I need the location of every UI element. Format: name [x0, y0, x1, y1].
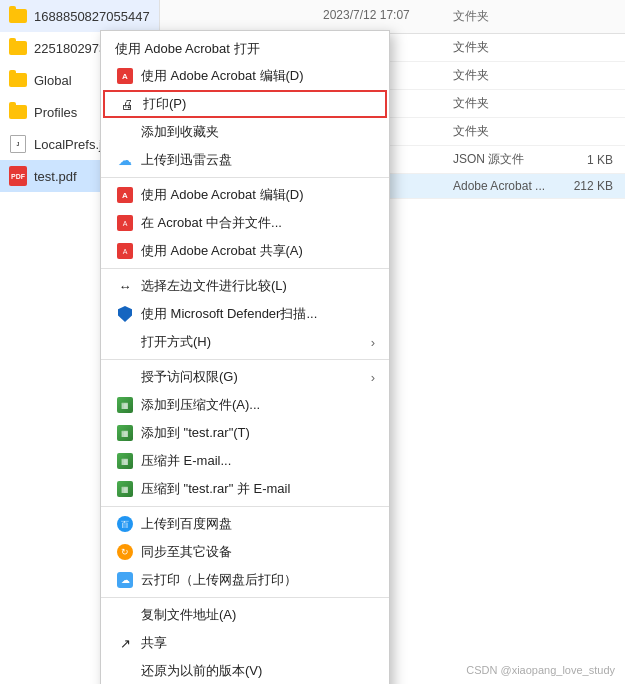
folder-icon-3	[8, 70, 28, 90]
cloud-blue-icon: ☁	[115, 152, 135, 168]
right-file-type-1: 文件夹	[453, 39, 553, 56]
cm-compare-label: 选择左边文件进行比较(L)	[141, 277, 287, 295]
cm-edit-acrobat2-label: 使用 Adobe Acrobat 编辑(D)	[141, 186, 304, 204]
pdf-icon: PDF	[8, 166, 28, 186]
acrobat-icon-1: A	[115, 68, 135, 84]
cm-open-with[interactable]: 打开方式(H) ›	[101, 328, 389, 356]
cm-sync[interactable]: ↻ 同步至其它设备	[101, 538, 389, 566]
cm-restore[interactable]: 还原为以前的版本(V)	[101, 657, 389, 684]
right-file-type-5: JSON 源文件	[453, 151, 553, 168]
cm-edit-acrobat2[interactable]: A 使用 Adobe Acrobat 编辑(D)	[101, 181, 389, 209]
compress-icon-4: ▦	[115, 481, 135, 497]
cm-add-zip[interactable]: ▦ 添加到压缩文件(A)...	[101, 391, 389, 419]
cm-defender-label: 使用 Microsoft Defender扫描...	[141, 305, 317, 323]
file-name-4: Profiles	[34, 105, 77, 120]
col-header-type: 文件夹	[453, 8, 553, 25]
cm-share-acrobat-label: 使用 Adobe Acrobat 共享(A)	[141, 242, 303, 260]
compare-icon: ↔	[115, 279, 135, 294]
cm-sync-label: 同步至其它设备	[141, 543, 232, 561]
right-file-size-5: 1 KB	[553, 153, 613, 167]
cloud-print-icon: ☁	[115, 572, 135, 588]
cm-edit-acrobat[interactable]: A 使用 Adobe Acrobat 编辑(D)	[101, 62, 389, 90]
cm-combine-label: 在 Acrobat 中合并文件...	[141, 214, 282, 232]
cm-permission[interactable]: 授予访问权限(G) ›	[101, 363, 389, 391]
explorer-window: 1688850827055447 2251802973711 Global Pr…	[0, 0, 625, 684]
separator-2	[101, 268, 389, 269]
open-with-arrow: ›	[371, 335, 375, 350]
cm-share-acrobat[interactable]: A 使用 Adobe Acrobat 共享(A)	[101, 237, 389, 265]
json-icon: J	[8, 134, 28, 154]
cm-print[interactable]: 🖨 打印(P)	[103, 90, 387, 118]
separator-3	[101, 359, 389, 360]
cm-upload-cloud[interactable]: ☁ 上传到迅雷云盘	[101, 146, 389, 174]
col-header-date: 2023/7/12 17:07	[323, 8, 453, 25]
right-panel-header: 2023/7/12 17:07 文件夹	[160, 0, 625, 34]
file-name-1: 1688850827055447	[34, 9, 150, 24]
compress-icon-2: ▦	[115, 425, 135, 441]
compress-icon-3: ▦	[115, 453, 135, 469]
cm-cloud-print-label: 云打印（上传网盘后打印）	[141, 571, 297, 589]
cm-copy-path-label: 复制文件地址(A)	[141, 606, 236, 624]
cm-share[interactable]: ↗ 共享	[101, 629, 389, 657]
separator-4	[101, 506, 389, 507]
right-file-type-3: 文件夹	[453, 95, 553, 112]
cm-add-favorites[interactable]: 添加到收藏夹	[101, 118, 389, 146]
cm-compare[interactable]: ↔ 选择左边文件进行比较(L)	[101, 272, 389, 300]
cm-add-rar[interactable]: ▦ 添加到 "test.rar"(T)	[101, 419, 389, 447]
right-file-size-6: 212 KB	[553, 179, 613, 193]
col-header-size	[553, 8, 613, 25]
share-icon: ↗	[115, 636, 135, 651]
cm-defender[interactable]: 使用 Microsoft Defender扫描...	[101, 300, 389, 328]
cm-zip-email-label: 压缩并 E-mail...	[141, 452, 231, 470]
watermark: CSDN @xiaopang_love_study	[466, 664, 615, 676]
context-menu: 使用 Adobe Acrobat 打开 A 使用 Adobe Acrobat 编…	[100, 30, 390, 684]
file-item-1[interactable]: 1688850827055447	[0, 0, 159, 32]
cm-add-rar-label: 添加到 "test.rar"(T)	[141, 424, 250, 442]
cm-permission-label: 授予访问权限(G)	[141, 368, 238, 386]
cm-share-label: 共享	[141, 634, 167, 652]
separator-5	[101, 597, 389, 598]
print-icon: 🖨	[117, 97, 137, 112]
acrobat-share-icon: A	[115, 243, 135, 259]
baidu-icon: 百	[115, 516, 135, 532]
cm-combine[interactable]: A 在 Acrobat 中合并文件...	[101, 209, 389, 237]
open-with-acrobat-label: 使用 Adobe Acrobat 打开	[115, 41, 260, 56]
cm-rar-email[interactable]: ▦ 压缩到 "test.rar" 并 E-mail	[101, 475, 389, 503]
cm-copy-path[interactable]: 复制文件地址(A)	[101, 601, 389, 629]
right-file-type-4: 文件夹	[453, 123, 553, 140]
cm-add-zip-label: 添加到压缩文件(A)...	[141, 396, 260, 414]
acrobat-combine-icon: A	[115, 215, 135, 231]
separator-1	[101, 177, 389, 178]
folder-icon-1	[8, 6, 28, 26]
right-file-type-6: Adobe Acrobat ...	[453, 179, 553, 193]
folder-icon-2	[8, 38, 28, 58]
cm-print-label: 打印(P)	[143, 95, 186, 113]
sync-icon: ↻	[115, 544, 135, 560]
cm-upload-cloud-label: 上传到迅雷云盘	[141, 151, 232, 169]
compress-icon-1: ▦	[115, 397, 135, 413]
file-name-3: Global	[34, 73, 72, 88]
cm-zip-email[interactable]: ▦ 压缩并 E-mail...	[101, 447, 389, 475]
permission-arrow: ›	[371, 370, 375, 385]
file-name-6: test.pdf	[34, 169, 77, 184]
acrobat-icon-2: A	[115, 187, 135, 203]
folder-icon-4	[8, 102, 28, 122]
cm-open-with-label: 打开方式(H)	[141, 333, 211, 351]
cm-rar-email-label: 压缩到 "test.rar" 并 E-mail	[141, 480, 290, 498]
cm-cloud-print[interactable]: ☁ 云打印（上传网盘后打印）	[101, 566, 389, 594]
cm-baidu-label: 上传到百度网盘	[141, 515, 232, 533]
context-menu-open-header: 使用 Adobe Acrobat 打开	[101, 34, 389, 62]
cm-edit-acrobat-label: 使用 Adobe Acrobat 编辑(D)	[141, 67, 304, 85]
cm-add-favorites-label: 添加到收藏夹	[141, 123, 219, 141]
cm-baidu[interactable]: 百 上传到百度网盘	[101, 510, 389, 538]
right-file-type-2: 文件夹	[453, 67, 553, 84]
cm-restore-label: 还原为以前的版本(V)	[141, 662, 262, 680]
defender-shield-icon	[115, 306, 135, 322]
